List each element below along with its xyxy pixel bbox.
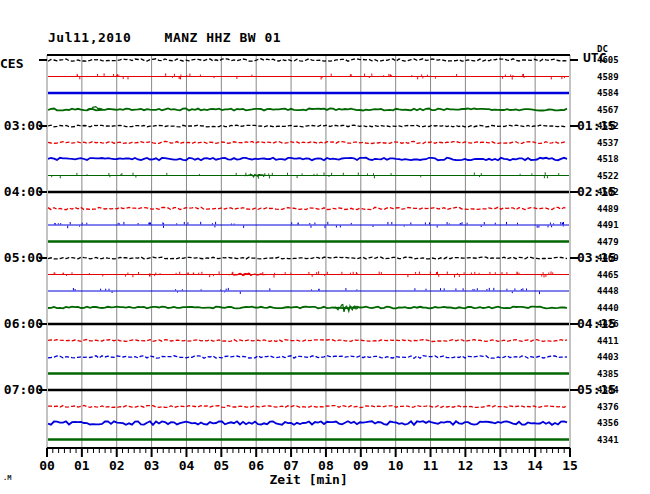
dc-offset-value: 4589: [597, 73, 619, 82]
trace-row: [48, 305, 567, 312]
dc-offset-value: 4552: [597, 122, 619, 131]
helicorder-screenshot: Jul11,2010 MANZ HHZ BW 01 CES UTC DC 460…: [0, 0, 650, 494]
dc-offset-value: 4584: [597, 89, 619, 98]
dc-offset-value: 4491: [597, 221, 619, 230]
left-hour-label: 04:00: [0, 185, 43, 198]
dc-offset-value: 4469: [597, 254, 619, 263]
x-tick-label: 10: [388, 459, 404, 472]
trace-row: [48, 73, 569, 79]
dc-offset-value: 4341: [597, 436, 619, 445]
x-tick-label: 00: [39, 459, 55, 472]
dc-offset-value: 4567: [597, 106, 619, 115]
x-tick-label: 11: [423, 459, 439, 472]
x-tick-label: 13: [492, 459, 508, 472]
watermark-glyph: .M: [3, 474, 11, 482]
dc-offset-value: 4384: [597, 386, 619, 395]
left-hour-label: 06:00: [0, 317, 43, 330]
trace-row: [48, 257, 567, 259]
trace-row: [48, 356, 567, 359]
dc-offset-value: 4605: [597, 56, 619, 65]
dc-offset-value: 4356: [597, 419, 619, 428]
trace-event: [228, 273, 265, 275]
dc-offset-value: 4502: [597, 188, 619, 197]
trace-row: [48, 271, 569, 277]
x-tick-label: 15: [562, 459, 578, 472]
dc-offset-value: 4537: [597, 139, 619, 148]
trace-row: [48, 59, 567, 61]
dc-offset-value: 4518: [597, 155, 619, 164]
left-hour-label: 07:00: [0, 383, 43, 396]
x-tick-label: 05: [214, 459, 230, 472]
trace-row: [48, 158, 567, 161]
dc-offset-value: 4479: [597, 238, 619, 247]
dc-offset-value: 4448: [597, 287, 619, 296]
dc-offset-value: 4489: [597, 205, 619, 214]
trace-row: [48, 172, 569, 178]
trace-row: [48, 107, 567, 111]
x-tick-label: 14: [527, 459, 543, 472]
trace-row: [48, 207, 567, 209]
dc-offset-value: 4376: [597, 403, 619, 412]
trace-row: [48, 421, 567, 425]
trace-row: [48, 288, 569, 294]
trace-row: [48, 222, 569, 228]
x-axis-title: Zeit [min]: [270, 473, 348, 486]
x-tick-label: 06: [248, 459, 264, 472]
trace-row: [48, 340, 567, 342]
trace-row: [48, 125, 567, 127]
trace-row: [48, 406, 567, 408]
x-tick-label: 08: [318, 459, 334, 472]
x-tick-label: 01: [74, 459, 90, 472]
left-hour-label: 05:00: [0, 251, 43, 264]
x-tick-label: 04: [179, 459, 195, 472]
trace-row: [48, 142, 567, 144]
dc-offset-value: 4385: [597, 370, 619, 379]
x-tick-label: 07: [283, 459, 299, 472]
dc-offset-value: 4522: [597, 172, 619, 181]
left-hour-label: 03:00: [0, 119, 43, 132]
dc-offset-value: 4403: [597, 353, 619, 362]
x-tick-label: 09: [353, 459, 369, 472]
x-tick-label: 02: [109, 459, 125, 472]
dc-offset-value: 4411: [597, 337, 619, 346]
helicorder-plot: [0, 0, 650, 494]
dc-offset-value: 4426: [597, 320, 619, 329]
dc-offset-value: 4465: [597, 271, 619, 280]
x-tick-label: 12: [458, 459, 474, 472]
x-tick-label: 03: [144, 459, 160, 472]
dc-offset-value: 4440: [597, 304, 619, 313]
